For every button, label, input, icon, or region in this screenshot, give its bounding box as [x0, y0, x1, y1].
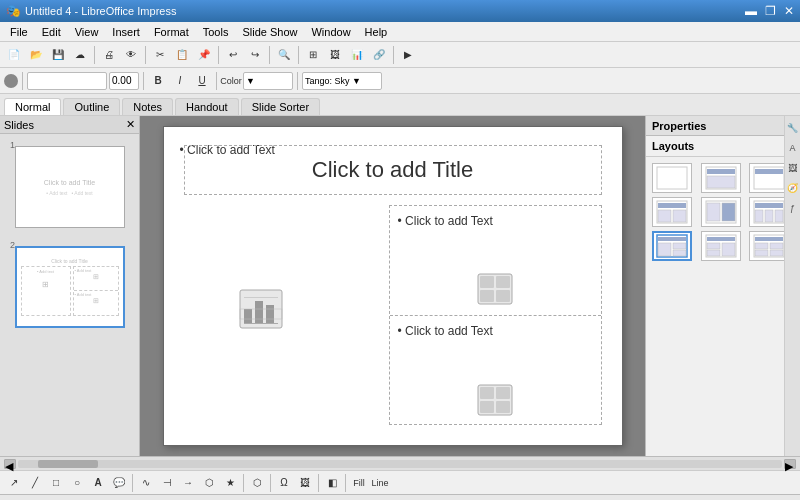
prop-icon-navigator[interactable]: 🧭 [785, 180, 801, 196]
underline-button[interactable]: U [192, 71, 212, 91]
svg-rect-24 [658, 203, 686, 208]
stars-tool[interactable]: ★ [220, 473, 240, 493]
svg-rect-48 [755, 250, 768, 256]
tab-normal[interactable]: Normal [4, 98, 61, 115]
line-tool[interactable]: ╱ [25, 473, 45, 493]
slides-panel-header: Slides ✕ [0, 116, 139, 134]
content-right-lower-icon[interactable] [477, 384, 513, 416]
restore-button[interactable]: ❐ [765, 4, 776, 18]
layout-thumb-7[interactable] [701, 231, 741, 261]
insert-chart-button[interactable]: 📊 [347, 45, 367, 65]
italic-button[interactable]: I [170, 71, 190, 91]
h-scroll-thumb[interactable] [38, 460, 98, 468]
dtb-sep2 [243, 474, 244, 492]
slide1-preview: Click to add Title • Add text • Add text [16, 147, 124, 227]
svg-rect-28 [707, 203, 720, 221]
main-area: Slides ✕ 1 Click to add Title • Add text… [0, 116, 800, 456]
callout-tool[interactable]: 💬 [109, 473, 129, 493]
find-button[interactable]: 🔍 [274, 45, 294, 65]
h-scroll-right[interactable]: ▶ [784, 459, 796, 469]
insert-table-button[interactable]: ⊞ [303, 45, 323, 65]
menu-file[interactable]: File [4, 25, 34, 39]
line-color-tool[interactable]: Line [370, 473, 390, 493]
slides-panel-close[interactable]: ✕ [126, 118, 135, 131]
standard-toolbar: 📄 📂 💾 ☁ 🖨 👁 ✂ 📋 📌 ↩ ↪ 🔍 ⊞ 🖼 📊 🔗 ▶ [0, 42, 800, 68]
prop-icon-styles[interactable]: A [785, 140, 801, 156]
menu-view[interactable]: View [69, 25, 105, 39]
insert-hyperlink-button[interactable]: 🔗 [369, 45, 389, 65]
arrow-tool[interactable]: ↗ [4, 473, 24, 493]
layout-thumb-0[interactable] [652, 163, 692, 193]
h-scrollbar[interactable]: ◀ ▶ [0, 456, 800, 470]
text-style-button[interactable] [4, 74, 18, 88]
slide2-thumb[interactable]: Click to add Title • Add text ⊞ • Add te… [15, 246, 125, 328]
text-tool[interactable]: A [88, 473, 108, 493]
layout-thumb-1[interactable] [701, 163, 741, 193]
svg-rect-17 [657, 167, 687, 189]
slide1-thumb[interactable]: Click to add Title • Add text • Add text [15, 146, 125, 228]
canvas-area[interactable]: Click to add Title Click to add Text [140, 116, 645, 456]
bold-button[interactable]: B [148, 71, 168, 91]
connectors-tool[interactable]: ⊣ [157, 473, 177, 493]
theme-dropdown[interactable]: Tango: Sky ▼ [302, 72, 382, 90]
fill-color-tool[interactable]: Fill [349, 473, 369, 493]
layout-thumb-3[interactable] [652, 197, 692, 227]
cut-button[interactable]: ✂ [150, 45, 170, 65]
font-size-dropdown[interactable]: 0.00 [109, 72, 139, 90]
h-scroll-track[interactable] [18, 460, 782, 468]
fontwork-tool[interactable]: Ω [274, 473, 294, 493]
new-button[interactable]: 📄 [4, 45, 24, 65]
undo-button[interactable]: ↩ [223, 45, 243, 65]
menu-format[interactable]: Format [148, 25, 195, 39]
menu-help[interactable]: Help [359, 25, 394, 39]
open-button[interactable]: 📂 [26, 45, 46, 65]
insert-image-tb[interactable]: 🖼 [295, 473, 315, 493]
font-name-dropdown[interactable] [27, 72, 107, 90]
redo-button[interactable]: ↪ [245, 45, 265, 65]
prop-icon-gallery[interactable]: 🖼 [785, 160, 801, 176]
h-scroll-left[interactable]: ◀ [4, 459, 16, 469]
insert-image-button[interactable]: 🖼 [325, 45, 345, 65]
menu-tools[interactable]: Tools [197, 25, 235, 39]
svg-rect-22 [755, 169, 783, 174]
minimize-button[interactable]: ▬ [745, 4, 757, 18]
content-left-chart-icon[interactable] [239, 289, 283, 329]
content-right-upper-text[interactable]: Click to add Text [390, 206, 601, 236]
close-button[interactable]: ✕ [784, 4, 794, 18]
svg-rect-36 [658, 237, 686, 241]
content-right-lower-text[interactable]: Click to add Text [390, 316, 601, 346]
layout-thumb-6[interactable] [652, 231, 692, 261]
save-remote-button[interactable]: ☁ [70, 45, 90, 65]
slide-title-area[interactable]: Click to add Title [184, 145, 602, 195]
menu-window[interactable]: Window [305, 25, 356, 39]
prop-icon-properties[interactable]: 🔧 [785, 120, 801, 136]
paste-button[interactable]: 📌 [194, 45, 214, 65]
copy-button[interactable]: 📋 [172, 45, 192, 65]
svg-rect-42 [707, 243, 720, 249]
tab-outline[interactable]: Outline [63, 98, 120, 115]
menu-insert[interactable]: Insert [106, 25, 146, 39]
content-right-upper-icon[interactable] [477, 273, 513, 305]
print-button[interactable]: 🖨 [99, 45, 119, 65]
color-picker[interactable]: ▼ [243, 72, 293, 90]
preview-button[interactable]: 👁 [121, 45, 141, 65]
svg-rect-49 [770, 243, 783, 249]
shadow-tool[interactable]: ◧ [322, 473, 342, 493]
tab-slide-sorter[interactable]: Slide Sorter [241, 98, 320, 115]
layout-thumb-4[interactable] [701, 197, 741, 227]
menu-edit[interactable]: Edit [36, 25, 67, 39]
lines-arrows-tool[interactable]: → [178, 473, 198, 493]
ellipse-tool[interactable]: ○ [67, 473, 87, 493]
curves-tool[interactable]: ∿ [136, 473, 156, 493]
save-button[interactable]: 💾 [48, 45, 68, 65]
properties-panel: Properties ✕ Layouts [645, 116, 800, 456]
tab-handout[interactable]: Handout [175, 98, 239, 115]
tab-notes[interactable]: Notes [122, 98, 173, 115]
rect-tool[interactable]: □ [46, 473, 66, 493]
flowchart-tool[interactable]: ⬡ [199, 473, 219, 493]
fsep2 [143, 72, 144, 90]
3d-objects-tool[interactable]: ⬡ [247, 473, 267, 493]
slideshow-button[interactable]: ▶ [398, 45, 418, 65]
menu-slideshow[interactable]: Slide Show [236, 25, 303, 39]
prop-icon-functions[interactable]: ƒ [785, 200, 801, 216]
